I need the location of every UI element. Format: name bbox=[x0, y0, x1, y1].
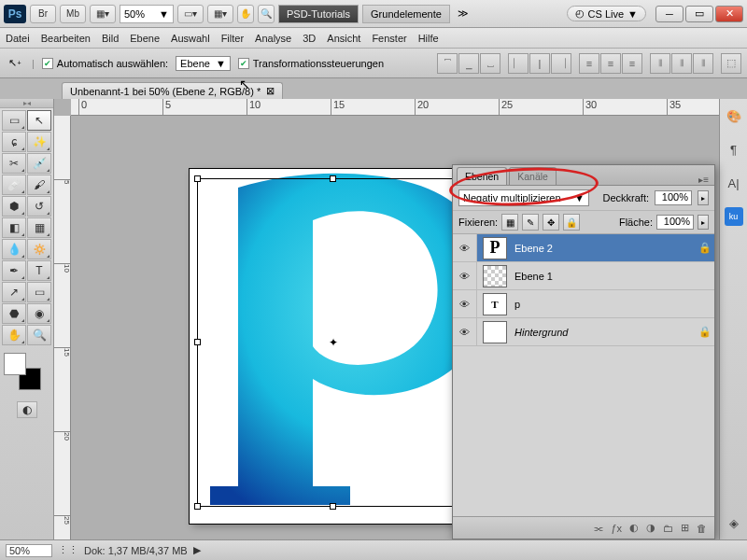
minibridge-button[interactable]: Mb bbox=[60, 5, 86, 23]
close-doc-icon[interactable]: ⊠ bbox=[266, 85, 275, 97]
stamp-tool[interactable]: ⬢ bbox=[2, 196, 26, 217]
handle-ml[interactable] bbox=[194, 339, 201, 345]
visibility-toggle[interactable]: 👁 bbox=[453, 290, 477, 317]
healing-tool[interactable]: 🩹 bbox=[2, 175, 26, 195]
lock-all[interactable]: 🔒 bbox=[563, 214, 580, 231]
screen-mode-button[interactable]: ▭▾ bbox=[177, 5, 204, 23]
layer-name[interactable]: Ebene 2 bbox=[513, 243, 696, 254]
visibility-toggle[interactable]: 👁 bbox=[453, 318, 477, 345]
dodge-tool[interactable]: 🔅 bbox=[27, 239, 51, 259]
dock-swatches-icon[interactable]: ku bbox=[725, 207, 743, 226]
hand-tool-button[interactable]: ✋ bbox=[237, 5, 254, 23]
dist-left[interactable]: ⦀ bbox=[650, 53, 670, 74]
auto-select-target-dropdown[interactable]: Ebene▼ bbox=[176, 56, 231, 71]
blur-tool[interactable]: 💧 bbox=[2, 239, 26, 259]
brush-tool[interactable]: 🖌 bbox=[27, 175, 51, 195]
menu-bild[interactable]: Bild bbox=[102, 33, 119, 44]
hand-tool[interactable]: ✋ bbox=[2, 325, 26, 345]
color-swatches[interactable] bbox=[4, 353, 41, 390]
transform-bounding-box[interactable]: ✦ bbox=[197, 178, 470, 507]
magic-wand-tool[interactable]: ✨ bbox=[27, 132, 51, 152]
status-doc-info[interactable]: Dok: 1,37 MB/4,37 MB bbox=[84, 545, 188, 556]
eraser-tool[interactable]: ◧ bbox=[2, 217, 26, 238]
zoom-dropdown[interactable]: 50%▼ bbox=[120, 5, 174, 23]
panel-menu-icon[interactable]: ▸≡ bbox=[693, 175, 714, 185]
adjustment-layer-icon[interactable]: ◑ bbox=[646, 522, 655, 534]
handle-bc[interactable] bbox=[330, 503, 336, 510]
cs-live-button[interactable]: ◴ CS Live ▼ bbox=[567, 6, 646, 21]
visibility-toggle[interactable]: 👁 bbox=[453, 234, 477, 261]
layer-thumb[interactable] bbox=[483, 265, 507, 287]
dist-top[interactable]: ≡ bbox=[579, 53, 599, 74]
menu-hilfe[interactable]: Hilfe bbox=[418, 33, 439, 44]
tab-kanaele[interactable]: Kanäle bbox=[509, 167, 557, 185]
dist-bottom[interactable]: ≡ bbox=[622, 53, 642, 74]
dist-hcenter[interactable]: ⦀ bbox=[671, 53, 692, 74]
handle-tl[interactable] bbox=[194, 175, 201, 182]
dock-paragraph-icon[interactable]: ¶ bbox=[725, 140, 743, 159]
menu-datei[interactable]: Datei bbox=[6, 33, 30, 44]
opacity-input[interactable]: 100% bbox=[655, 190, 692, 205]
menu-ebene[interactable]: Ebene bbox=[130, 33, 160, 44]
handle-bl[interactable] bbox=[194, 503, 201, 510]
menu-ansicht[interactable]: Ansicht bbox=[327, 33, 360, 44]
blend-mode-dropdown[interactable]: Negativ multiplizieren▼ bbox=[458, 189, 589, 206]
bridge-button[interactable]: Br bbox=[30, 5, 56, 23]
layer-thumb[interactable] bbox=[483, 321, 507, 343]
menu-fenster[interactable]: Fenster bbox=[372, 33, 406, 44]
path-select-tool[interactable]: ↗ bbox=[2, 282, 26, 302]
layer-row[interactable]: 👁 T p bbox=[453, 290, 714, 318]
fill-slider-toggle[interactable]: ▸ bbox=[698, 215, 709, 230]
align-right[interactable]: ⎹ bbox=[551, 53, 571, 74]
workspace-psd-tutorials[interactable]: PSD-Tutorials bbox=[278, 5, 359, 23]
visibility-toggle[interactable]: 👁 bbox=[453, 262, 477, 289]
delete-layer-icon[interactable]: 🗑 bbox=[697, 523, 707, 534]
eyedropper-tool[interactable]: 💉 bbox=[27, 153, 51, 174]
zoom-tool-button[interactable]: 🔍 bbox=[258, 5, 275, 23]
align-hcenter[interactable]: | bbox=[529, 53, 550, 74]
handle-tc[interactable] bbox=[330, 175, 336, 182]
dist-vcenter[interactable]: ≡ bbox=[600, 53, 621, 74]
dock-color-icon[interactable]: 🎨 bbox=[725, 106, 743, 125]
more-workspaces[interactable]: ≫ bbox=[454, 7, 472, 20]
lock-transparent[interactable]: ▦ bbox=[501, 214, 518, 231]
layer-thumb[interactable]: P bbox=[483, 237, 507, 259]
lock-position[interactable]: ✥ bbox=[543, 214, 559, 231]
tab-ebenen[interactable]: Ebenen bbox=[457, 167, 507, 185]
lasso-tool[interactable]: ɕ bbox=[2, 132, 26, 152]
group-icon[interactable]: 🗀 bbox=[663, 523, 673, 534]
minimize-button[interactable]: ─ bbox=[655, 6, 684, 22]
arrange-docs-button[interactable]: ▦▾ bbox=[90, 5, 116, 23]
menu-3d[interactable]: 3D bbox=[303, 33, 316, 44]
menu-bearbeiten[interactable]: Bearbeiten bbox=[41, 33, 91, 44]
align-bottom[interactable]: ⎵ bbox=[480, 53, 500, 74]
shape-tool[interactable]: ▭ bbox=[27, 282, 51, 302]
menu-auswahl[interactable]: Auswahl bbox=[171, 33, 210, 44]
fill-input[interactable]: 100% bbox=[656, 215, 694, 230]
new-layer-icon[interactable]: ⊞ bbox=[681, 522, 689, 534]
layer-name[interactable]: Hintergrund bbox=[513, 327, 696, 338]
pen-tool[interactable]: ✒ bbox=[2, 260, 26, 281]
marquee-tool[interactable]: ▭ bbox=[2, 110, 26, 131]
dist-right[interactable]: ⦀ bbox=[693, 53, 713, 74]
layer-name[interactable]: p bbox=[513, 299, 714, 310]
layers-panel[interactable]: Ebenen Kanäle ▸≡ Negativ multiplizieren▼… bbox=[452, 164, 715, 539]
gradient-tool[interactable]: ▦ bbox=[27, 217, 51, 238]
lock-pixels[interactable]: ✎ bbox=[522, 214, 539, 231]
fg-color-swatch[interactable] bbox=[4, 353, 26, 375]
extras-button[interactable]: ▦▾ bbox=[207, 5, 233, 23]
dock-character-icon[interactable]: A| bbox=[725, 174, 743, 192]
zoom-tool[interactable]: 🔍 bbox=[27, 325, 51, 345]
close-button[interactable]: ✕ bbox=[715, 6, 743, 22]
layer-row[interactable]: 👁 P Ebene 2 🔒 bbox=[453, 234, 714, 262]
layer-thumb[interactable]: T bbox=[483, 293, 507, 315]
align-left[interactable]: ⎸ bbox=[508, 53, 529, 74]
type-tool[interactable]: T bbox=[27, 260, 51, 281]
menu-analyse[interactable]: Analyse bbox=[255, 33, 291, 44]
layer-name[interactable]: Ebene 1 bbox=[513, 271, 714, 282]
3d-tool[interactable]: ⬣ bbox=[2, 303, 26, 324]
menu-filter[interactable]: Filter bbox=[221, 33, 244, 44]
move-tool[interactable]: ↖ bbox=[27, 110, 51, 131]
align-top[interactable]: ⎴ bbox=[437, 53, 458, 74]
status-zoom-input[interactable]: 50% bbox=[6, 544, 52, 557]
